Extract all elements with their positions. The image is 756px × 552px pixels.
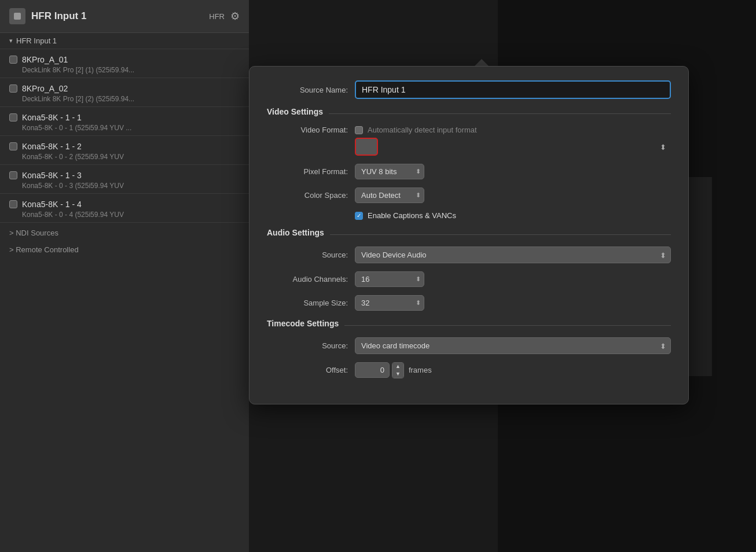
source-checkbox-4[interactable] <box>9 142 17 150</box>
source-name-4: Kona5-8K - 1 - 2 <box>22 142 82 151</box>
popup-arrow <box>475 59 489 66</box>
color-space-select[interactable]: Auto Detect Rec. 601 Rec. 709 Rec. 2020 <box>355 187 424 203</box>
auto-detect-checkbox-wrapper[interactable] <box>355 126 363 134</box>
source-checkbox-5[interactable] <box>9 171 17 179</box>
audio-channels-select[interactable]: 2 4 8 16 <box>355 271 424 287</box>
audio-source-dropdown-wrapper: Video Device Audio Embedded Audio AES ⬍ <box>355 246 671 263</box>
sidebar-sub-header: ▾ HFR Input 1 <box>0 33 249 49</box>
list-item[interactable]: Kona5-8K - 1 - 1 Kona5-8K - 0 - 1 (525i5… <box>0 107 249 136</box>
source-checkbox-6[interactable] <box>9 200 17 208</box>
source-name-3: Kona5-8K - 1 - 1 <box>22 113 82 122</box>
gear-icon[interactable]: ⚙ <box>230 10 240 23</box>
video-format-dropdown-row: ⬍ <box>267 138 671 156</box>
color-space-dropdown-wrapper: Auto Detect Rec. 601 Rec. 709 Rec. 2020 … <box>355 187 424 203</box>
timecode-divider <box>344 325 671 326</box>
sample-size-select[interactable]: 16 24 32 <box>355 295 424 311</box>
tc-source-dropdown-wrapper: Video card timecode LTC VITC ⬍ <box>355 337 671 354</box>
color-space-label: Color Space: <box>267 191 348 200</box>
pixel-format-select[interactable]: YUV 8 bits YUV 10 bits RGB 8 bits <box>355 164 424 179</box>
source-name-label: Source Name: <box>267 86 348 94</box>
offset-label: Offset: <box>267 366 348 374</box>
captions-row: ✓ Enable Captions & VANCs <box>267 211 671 220</box>
sidebar-item-remote-controlled[interactable]: Remote Controlled <box>0 240 249 256</box>
checkmark-icon: ✓ <box>357 212 361 219</box>
audio-settings-title: Audio Settings <box>267 228 324 237</box>
audio-source-row: Source: Video Device Audio Embedded Audi… <box>267 246 671 263</box>
list-item[interactable]: 8KPro_A_02 DeckLink 8K Pro [2] (2) (525i… <box>0 78 249 107</box>
audio-channels-row: Audio Channels: 2 4 8 16 ⬍ <box>267 271 671 287</box>
source-name-2: 8KPro_A_02 <box>22 84 68 93</box>
sample-size-row: Sample Size: 16 24 32 ⬍ <box>267 295 671 311</box>
list-item[interactable]: 8KPro_A_01 DeckLink 8K Pro [2] (1) (525i… <box>0 49 249 78</box>
audio-channels-dropdown-wrapper: 2 4 8 16 ⬍ <box>355 271 424 287</box>
stepper-up-button[interactable]: ▲ <box>392 363 403 370</box>
source-checkbox-2[interactable] <box>9 84 17 93</box>
pixel-format-label: Pixel Format: <box>267 167 348 176</box>
source-name-5: Kona5-8K - 1 - 3 <box>22 171 82 180</box>
video-format-row: Video Format: Automatically detect input… <box>267 126 671 134</box>
source-detail-2: DeckLink 8K Pro [2] (2) (525i59.94... <box>9 95 240 103</box>
video-settings-section: Video Settings <box>267 107 671 120</box>
pixel-format-row: Pixel Format: YUV 8 bits YUV 10 bits RGB… <box>267 164 671 179</box>
timecode-settings-section: Timecode Settings <box>267 319 671 332</box>
auto-detect-label: Automatically detect input format <box>368 126 477 134</box>
captions-checkbox-wrapper[interactable]: ✓ <box>355 212 363 220</box>
source-name-6: Kona5-8K - 1 - 4 <box>22 200 82 209</box>
sidebar: HFR Input 1 HFR ⚙ ▾ HFR Input 1 8KPro_A_… <box>0 0 249 552</box>
sidebar-title: HFR Input 1 <box>31 10 209 22</box>
offset-stepper[interactable]: ▲ ▼ <box>392 362 404 378</box>
source-checkbox-3[interactable] <box>9 113 17 122</box>
audio-divider <box>330 234 671 235</box>
sample-size-dropdown-wrapper: 16 24 32 ⬍ <box>355 295 424 311</box>
video-format-select[interactable] <box>355 138 378 156</box>
tc-source-select[interactable]: Video card timecode LTC VITC <box>355 337 671 354</box>
auto-detect-checkbox[interactable] <box>355 126 363 134</box>
tc-source-label: Source: <box>267 341 348 350</box>
timecode-settings-title: Timecode Settings <box>267 319 339 328</box>
chevron-down-icon: ▾ <box>9 37 13 45</box>
sidebar-sub-title: HFR Input 1 <box>16 36 57 45</box>
audio-source-label: Source: <box>267 251 348 259</box>
list-item[interactable]: Kona5-8K - 1 - 2 Kona5-8K - 0 - 2 (525i5… <box>0 136 249 165</box>
sidebar-item-ndi-sources[interactable]: NDI Sources <box>0 223 249 240</box>
offset-row: Offset: ▲ ▼ frames <box>267 362 671 378</box>
source-name-input[interactable] <box>355 80 671 99</box>
source-checkbox-1[interactable] <box>9 56 17 64</box>
source-detail-3: Kona5-8K - 0 - 1 (525i59.94 YUV ... <box>9 124 240 132</box>
video-divider <box>329 113 671 114</box>
video-format-label: Video Format: <box>267 126 348 134</box>
pixel-format-dropdown-wrapper: YUV 8 bits YUV 10 bits RGB 8 bits ⬍ <box>355 164 424 179</box>
frames-label: frames <box>409 366 432 374</box>
color-space-row: Color Space: Auto Detect Rec. 601 Rec. 7… <box>267 187 671 203</box>
hfr-badge: HFR <box>209 12 225 21</box>
video-format-dropdown-wrapper: ⬍ <box>355 138 671 156</box>
source-icon <box>9 8 25 24</box>
tc-source-row: Source: Video card timecode LTC VITC ⬍ <box>267 337 671 354</box>
audio-settings-section: Audio Settings <box>267 228 671 241</box>
source-detail-5: Kona5-8K - 0 - 3 (525i59.94 YUV <box>9 182 240 190</box>
audio-source-select[interactable]: Video Device Audio Embedded Audio AES <box>355 246 671 263</box>
captions-checkbox[interactable]: ✓ <box>355 212 363 220</box>
svg-rect-0 <box>14 13 21 20</box>
list-item[interactable]: Kona5-8K - 1 - 3 Kona5-8K - 0 - 3 (525i5… <box>0 165 249 194</box>
settings-panel: Source Name: Video Settings Video Format… <box>249 66 689 404</box>
source-detail-1: DeckLink 8K Pro [2] (1) (525i59.94... <box>9 66 240 74</box>
stepper-down-button[interactable]: ▼ <box>392 370 403 378</box>
source-detail-4: Kona5-8K - 0 - 2 (525i59.94 YUV <box>9 153 240 161</box>
captions-label: Enable Captions & VANCs <box>368 211 456 220</box>
sidebar-header: HFR Input 1 HFR ⚙ <box>0 0 249 33</box>
chevron-down-icon: ⬍ <box>660 142 666 151</box>
video-settings-title: Video Settings <box>267 107 323 116</box>
list-item[interactable]: Kona5-8K - 1 - 4 Kona5-8K - 0 - 4 (525i5… <box>0 194 249 223</box>
source-name-1: 8KPro_A_01 <box>22 55 68 64</box>
source-detail-6: Kona5-8K - 0 - 4 (525i59.94 YUV <box>9 211 240 219</box>
sample-size-label: Sample Size: <box>267 299 348 307</box>
source-name-row: Source Name: <box>267 80 671 99</box>
offset-input[interactable] <box>355 362 390 378</box>
audio-channels-label: Audio Channels: <box>267 275 348 284</box>
